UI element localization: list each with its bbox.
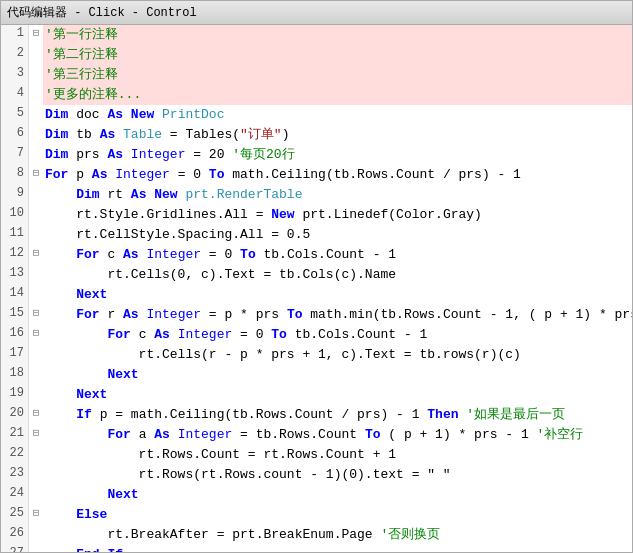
code-line[interactable]: rt.BreakAfter = prt.BreakEnum.Page '否则换页 — [43, 525, 632, 545]
code-row: 5Dim doc As New PrintDoc — [1, 105, 632, 125]
code-line[interactable]: rt.Rows.Count = rt.Rows.Count + 1 — [43, 445, 632, 465]
line-number: 3 — [1, 65, 29, 85]
code-line[interactable]: For r As Integer = p * prs To math.min(t… — [43, 305, 632, 325]
line-number: 6 — [1, 125, 29, 145]
code-row: 7Dim prs As Integer = 20 '每页20行 — [1, 145, 632, 165]
line-number: 26 — [1, 525, 29, 545]
fold-indicator — [29, 105, 43, 125]
code-line[interactable]: Dim tb As Table = Tables("订单") — [43, 125, 632, 145]
fold-indicator — [29, 205, 43, 225]
code-row: 25⊟ Else — [1, 505, 632, 525]
fold-indicator — [29, 465, 43, 485]
line-number: 21 — [1, 425, 29, 445]
line-number: 16 — [1, 325, 29, 345]
code-row: 22 rt.Rows.Count = rt.Rows.Count + 1 — [1, 445, 632, 465]
line-number: 5 — [1, 105, 29, 125]
fold-indicator[interactable]: ⊟ — [29, 305, 43, 325]
code-row: 17 rt.Cells(r - p * prs + 1, c).Text = t… — [1, 345, 632, 365]
fold-indicator — [29, 225, 43, 245]
code-editor[interactable]: 1⊟'第一行注释2'第二行注释3'第三行注释4'更多的注释...5Dim doc… — [1, 25, 632, 552]
line-number: 8 — [1, 165, 29, 185]
fold-indicator[interactable]: ⊟ — [29, 405, 43, 425]
fold-indicator[interactable]: ⊟ — [29, 325, 43, 345]
fold-indicator — [29, 445, 43, 465]
main-window: 代码编辑器 - Click - Control 1⊟'第一行注释2'第二行注释3… — [0, 0, 633, 553]
code-row: 14 Next — [1, 285, 632, 305]
code-line[interactable]: Next — [43, 365, 632, 385]
code-line[interactable]: End If — [43, 545, 632, 552]
fold-indicator — [29, 545, 43, 552]
line-number: 27 — [1, 545, 29, 552]
code-line[interactable]: Dim prs As Integer = 20 '每页20行 — [43, 145, 632, 165]
code-line[interactable]: '第三行注释 — [43, 65, 632, 85]
fold-indicator — [29, 385, 43, 405]
code-row: 18 Next — [1, 365, 632, 385]
line-number: 10 — [1, 205, 29, 225]
code-line[interactable]: For c As Integer = 0 To tb.Cols.Count - … — [43, 325, 632, 345]
fold-indicator[interactable]: ⊟ — [29, 165, 43, 185]
code-row: 3'第三行注释 — [1, 65, 632, 85]
line-number: 20 — [1, 405, 29, 425]
code-row: 20⊟ If p = math.Ceiling(tb.Rows.Count / … — [1, 405, 632, 425]
fold-indicator[interactable]: ⊟ — [29, 25, 43, 45]
code-row: 11 rt.CellStyle.Spacing.All = 0.5 — [1, 225, 632, 245]
fold-indicator — [29, 185, 43, 205]
fold-indicator — [29, 345, 43, 365]
code-line[interactable]: Next — [43, 385, 632, 405]
code-line[interactable]: '第二行注释 — [43, 45, 632, 65]
line-number: 12 — [1, 245, 29, 265]
title-text: 代码编辑器 - Click - Control — [7, 4, 197, 21]
code-line[interactable]: For a As Integer = tb.Rows.Count To ( p … — [43, 425, 632, 445]
code-line[interactable]: Next — [43, 485, 632, 505]
line-number: 4 — [1, 85, 29, 105]
code-row: 12⊟ For c As Integer = 0 To tb.Cols.Coun… — [1, 245, 632, 265]
code-line[interactable]: For c As Integer = 0 To tb.Cols.Count - … — [43, 245, 632, 265]
code-row: 13 rt.Cells(0, c).Text = tb.Cols(c).Name — [1, 265, 632, 285]
code-row: 16⊟ For c As Integer = 0 To tb.Cols.Coun… — [1, 325, 632, 345]
code-line[interactable]: Dim doc As New PrintDoc — [43, 105, 632, 125]
code-row: 23 rt.Rows(rt.Rows.count - 1)(0).text = … — [1, 465, 632, 485]
code-line[interactable]: Else — [43, 505, 632, 525]
line-number: 23 — [1, 465, 29, 485]
line-number: 1 — [1, 25, 29, 45]
line-number: 15 — [1, 305, 29, 325]
line-number: 11 — [1, 225, 29, 245]
line-number: 9 — [1, 185, 29, 205]
line-number: 13 — [1, 265, 29, 285]
code-row: 2'第二行注释 — [1, 45, 632, 65]
fold-indicator — [29, 65, 43, 85]
code-line[interactable]: '更多的注释... — [43, 85, 632, 105]
code-row: 27 End If — [1, 545, 632, 552]
line-number: 25 — [1, 505, 29, 525]
code-line[interactable]: Next — [43, 285, 632, 305]
code-line[interactable]: rt.CellStyle.Spacing.All = 0.5 — [43, 225, 632, 245]
code-line[interactable]: rt.Cells(0, c).Text = tb.Cols(c).Name — [43, 265, 632, 285]
line-number: 24 — [1, 485, 29, 505]
code-line[interactable]: If p = math.Ceiling(tb.Rows.Count / prs)… — [43, 405, 632, 425]
code-line[interactable]: rt.Cells(r - p * prs + 1, c).Text = tb.r… — [43, 345, 632, 365]
code-row: 4'更多的注释... — [1, 85, 632, 105]
fold-indicator — [29, 45, 43, 65]
code-row: 26 rt.BreakAfter = prt.BreakEnum.Page '否… — [1, 525, 632, 545]
code-line[interactable]: Dim rt As New prt.RenderTable — [43, 185, 632, 205]
fold-indicator[interactable]: ⊟ — [29, 245, 43, 265]
line-number: 18 — [1, 365, 29, 385]
fold-indicator[interactable]: ⊟ — [29, 505, 43, 525]
code-row: 21⊟ For a As Integer = tb.Rows.Count To … — [1, 425, 632, 445]
fold-indicator — [29, 265, 43, 285]
code-row: 10 rt.Style.Gridlines.All = New prt.Line… — [1, 205, 632, 225]
code-row: 15⊟ For r As Integer = p * prs To math.m… — [1, 305, 632, 325]
fold-indicator[interactable]: ⊟ — [29, 425, 43, 445]
code-line[interactable]: rt.Style.Gridlines.All = New prt.Linedef… — [43, 205, 632, 225]
title-bar: 代码编辑器 - Click - Control — [1, 1, 632, 25]
code-row: 19 Next — [1, 385, 632, 405]
line-number: 22 — [1, 445, 29, 465]
fold-indicator — [29, 525, 43, 545]
fold-indicator — [29, 85, 43, 105]
code-line[interactable]: rt.Rows(rt.Rows.count - 1)(0).text = " " — [43, 465, 632, 485]
code-line[interactable]: For p As Integer = 0 To math.Ceiling(tb.… — [43, 165, 632, 185]
fold-indicator — [29, 365, 43, 385]
line-number: 7 — [1, 145, 29, 165]
code-row: 24 Next — [1, 485, 632, 505]
code-line[interactable]: '第一行注释 — [43, 25, 632, 45]
